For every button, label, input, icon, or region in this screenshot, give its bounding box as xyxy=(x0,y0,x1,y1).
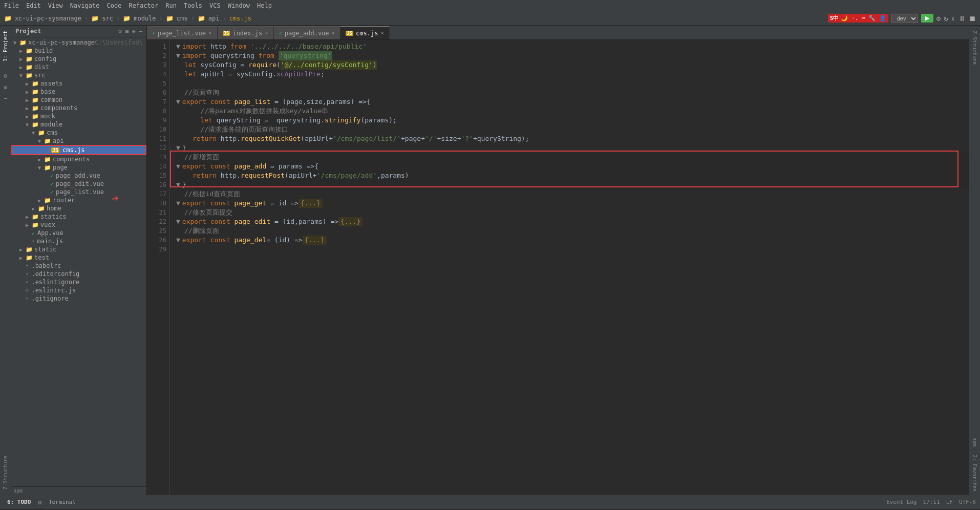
tab-close-page-add[interactable]: × xyxy=(332,30,335,36)
tree-item-components-src[interactable]: ▶ 📁 components xyxy=(11,104,146,112)
tree-item-cms-js[interactable]: JS cms.js xyxy=(11,145,146,155)
tree-item-common[interactable]: ▶ 📁 common xyxy=(11,96,146,104)
settings-icon[interactable]: ⚙ xyxy=(936,14,941,23)
breadcrumb-module[interactable]: module xyxy=(134,15,156,22)
tree-item-page-edit[interactable]: ✓ page_edit.vue xyxy=(11,180,146,188)
tree-item-base[interactable]: ▶ 📁 base xyxy=(11,88,146,96)
project-panel: Project ⚙ ≡ ◈ − ▼ 📁 xc-ui-pc-sysmanage C… xyxy=(11,26,147,495)
tree-item-main-js[interactable]: • main.js xyxy=(11,237,146,245)
arrow-static: ▶ xyxy=(19,247,26,252)
tree-item-components-cms[interactable]: ▶ 📁 components xyxy=(11,155,146,163)
folder-icon-common: 📁 xyxy=(32,97,39,103)
menu-item-edit[interactable]: Edit xyxy=(26,2,41,9)
tree-item-mock[interactable]: ▶ 📁 mock xyxy=(11,112,146,120)
tree-item-api[interactable]: ▼ 📁 api xyxy=(11,137,146,145)
code-line-5 xyxy=(176,79,969,88)
folder-icon-cms: 📁 xyxy=(38,130,45,136)
sidebar-label-project[interactable]: 1: Project xyxy=(2,28,9,65)
breadcrumb-api[interactable]: api xyxy=(208,15,220,22)
module-icon: 📁 xyxy=(123,15,131,22)
tree-item-page-add[interactable]: ✓ page_add.vue xyxy=(11,172,146,180)
tree-item-page-list[interactable]: ✓ page_list.vue xyxy=(11,188,146,196)
sidebar-icon-2[interactable]: ≡ xyxy=(1,82,11,92)
menu-item-code[interactable]: Code xyxy=(107,2,122,9)
bottom-tab-todo[interactable]: 6: TODO xyxy=(4,498,34,506)
tree-item-test[interactable]: ▶ 📁 test xyxy=(11,253,146,262)
refresh-icon[interactable]: ↻ xyxy=(944,14,948,23)
tree-item-src[interactable]: ▼ 📁 src xyxy=(11,71,146,79)
tab-cms-js[interactable]: JS cms.js × xyxy=(340,26,390,39)
sidebar-icon-3[interactable]: − xyxy=(1,93,11,103)
code-line-15: return http.requestPost(apiUrl+'/cms/pag… xyxy=(176,171,969,180)
tab-close-cms-js[interactable]: × xyxy=(380,30,384,36)
menu-item-navigate[interactable]: Navigate xyxy=(70,2,100,9)
run-button[interactable]: ▶ xyxy=(921,14,933,23)
tree-item-dist[interactable]: ▶ 📁 dist xyxy=(11,63,146,71)
tree-item-eslintignore[interactable]: • .eslintignore xyxy=(11,278,146,286)
tree-item-config[interactable]: ▶ 📁 config xyxy=(11,55,146,63)
tree-path-root: C:\Users\fxd\ xyxy=(95,39,143,46)
breadcrumb-project[interactable]: xc-ui-pc-sysmanage xyxy=(15,15,81,22)
sep5: › xyxy=(222,15,226,22)
tree-item-babelrc[interactable]: • .babelrc xyxy=(11,262,146,270)
tree-item-cms[interactable]: ▼ 📁 cms xyxy=(11,129,146,137)
code-line-9: let queryString = querystring.stringify(… xyxy=(176,116,969,125)
tab-page-add[interactable]: ✓ page_add.vue × xyxy=(274,26,340,39)
tree-item-gitignore[interactable]: • .gitignore xyxy=(11,294,146,303)
structure-tab[interactable]: Z-Structure xyxy=(971,28,978,68)
tree-item-static[interactable]: ▶ 📁 static xyxy=(11,245,146,253)
tree-item-module[interactable]: ▼ 📁 module xyxy=(11,120,146,129)
download-icon[interactable]: ⇩ xyxy=(951,14,955,23)
tree-label-common: common xyxy=(40,96,62,103)
stop-icon[interactable]: ⏹ xyxy=(969,14,976,23)
menu-item-vcs[interactable]: VCS xyxy=(209,2,221,9)
code-line-18: ▼ export const page_get = id =>{...} xyxy=(176,199,969,208)
title-icons: ⚙ ↻ ⇩ ⏸ ⏹ xyxy=(936,14,976,23)
tree-label-root: xc-ui-pc-sysmanage xyxy=(28,39,95,46)
sep4: › xyxy=(190,15,194,22)
tree-item-eslintrc[interactable]: ○ .eslintrc.js xyxy=(11,286,146,294)
menu-item-view[interactable]: View xyxy=(48,2,63,9)
tree-item-statics[interactable]: ▶ 📁 statics xyxy=(11,213,146,221)
panel-action-minimize[interactable]: − xyxy=(139,28,142,35)
breadcrumb-file[interactable]: cms.js xyxy=(229,15,251,22)
tree-label-config: config xyxy=(34,55,56,62)
tree-item-build[interactable]: ▶ 📁 build xyxy=(11,47,146,55)
event-log-label[interactable]: Event Log xyxy=(886,499,917,505)
breadcrumb-src[interactable]: src xyxy=(102,15,113,22)
sidebar-icon-1[interactable]: ⚙ xyxy=(1,71,11,81)
favorites-tab[interactable]: 2: Favorites xyxy=(971,452,978,495)
tree-item-assets[interactable]: ▶ 📁 assets xyxy=(11,79,146,88)
tree-item-app-vue[interactable]: ✓ App.vue xyxy=(11,229,146,237)
menu-item-run[interactable]: Run xyxy=(165,2,177,9)
tree-item-editorconfig[interactable]: • .editorconfig xyxy=(11,270,146,278)
menu-item-file[interactable]: File xyxy=(4,2,19,9)
menu-item-refactor[interactable]: Refactor xyxy=(129,2,158,9)
panel-action-gear2[interactable]: ◈ xyxy=(132,28,136,35)
pause-icon[interactable]: ⏸ xyxy=(958,14,966,23)
breadcrumb-cms[interactable]: cms xyxy=(177,15,188,22)
bottom-tab-terminal[interactable]: Terminal xyxy=(46,498,79,506)
sidebar-label-structure[interactable]: Z-Structure xyxy=(2,453,9,493)
tab-index-js[interactable]: JS index.js × xyxy=(218,26,274,39)
tree-item-root[interactable]: ▼ 📁 xc-ui-pc-sysmanage C:\Users\fxd\ xyxy=(11,38,146,47)
tab-page-list[interactable]: ✓ page_list.vue × xyxy=(147,26,218,39)
tree-item-router[interactable]: ▶ 📁 router xyxy=(11,196,146,204)
dev-dropdown[interactable]: dev xyxy=(891,14,918,23)
tree-label-base: base xyxy=(40,88,55,95)
panel-action-eq[interactable]: ≡ xyxy=(125,28,129,35)
menu-item-tools[interactable]: Tools xyxy=(184,2,202,9)
tree-label-page: page xyxy=(53,164,68,171)
tab-close-page-list[interactable]: × xyxy=(208,30,212,36)
tree-item-page[interactable]: ▼ 📁 page xyxy=(11,163,146,172)
npm-tab[interactable]: npm xyxy=(971,434,978,450)
tab-close-index-js[interactable]: × xyxy=(265,30,268,36)
dot-icon-gitignore: • xyxy=(26,296,28,301)
menu-item-window[interactable]: Window xyxy=(228,2,250,9)
npm-tab-label[interactable]: npm xyxy=(13,488,23,494)
tree-item-home[interactable]: ▶ 📁 home xyxy=(11,204,146,213)
tree-item-vuex[interactable]: ▶ 📁 vuex xyxy=(11,221,146,229)
panel-action-cog[interactable]: ⚙ xyxy=(118,28,122,35)
menu-item-help[interactable]: Help xyxy=(257,2,272,9)
code-content[interactable]: ▼ import http from '../../../../base/api… xyxy=(170,40,969,495)
